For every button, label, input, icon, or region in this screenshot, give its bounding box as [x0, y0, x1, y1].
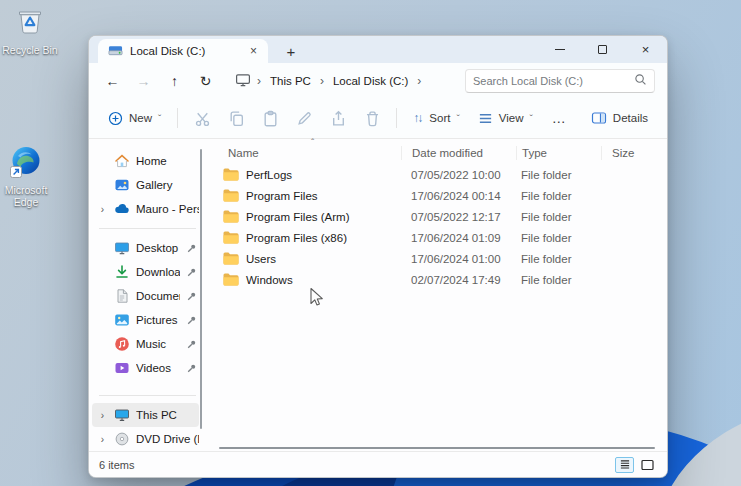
- toolbar-divider: [396, 108, 397, 128]
- file-row[interactable]: Users 17/06/2024 01:00 File folder: [206, 248, 667, 269]
- command-toolbar: New ˇ: [89, 98, 667, 139]
- pin-icon[interactable]: [186, 291, 197, 302]
- sidebar-item-documents[interactable]: Documents: [92, 284, 199, 308]
- recycle-bin-shortcut[interactable]: Recycle Bin: [0, 4, 62, 56]
- chevron-down-icon: ˇ: [158, 114, 161, 125]
- details-view-icon: [619, 459, 631, 470]
- column-header-date[interactable]: Date modified: [401, 146, 516, 160]
- toolbar-divider: [177, 108, 178, 128]
- search-input[interactable]: [473, 75, 634, 87]
- rename-button[interactable]: [287, 103, 321, 133]
- sidebar-item-this-pc[interactable]: › This PC: [92, 403, 199, 427]
- file-row[interactable]: Program Files 17/06/2024 00:14 File fold…: [206, 185, 667, 206]
- file-row[interactable]: Windows 02/07/2024 17:49 File folder: [206, 269, 667, 290]
- new-tab-button[interactable]: +: [278, 39, 304, 63]
- recycle-bin-icon: [13, 4, 47, 42]
- view-button[interactable]: View ˇ: [469, 105, 542, 132]
- sidebar-item-desktop[interactable]: Desktop: [92, 236, 199, 260]
- paste-button[interactable]: [253, 103, 287, 133]
- sidebar-item-label: Pictures: [136, 314, 180, 326]
- details-view-toggle[interactable]: [615, 457, 634, 473]
- folder-icon: [223, 273, 239, 286]
- folder-icon: [223, 189, 239, 202]
- back-button[interactable]: ←: [97, 67, 128, 95]
- file-row[interactable]: PerfLogs 07/05/2022 10:00 File folder: [206, 164, 667, 185]
- copy-button[interactable]: [219, 103, 253, 133]
- up-button[interactable]: ↑: [159, 67, 190, 95]
- refresh-button[interactable]: ↻: [190, 67, 221, 95]
- column-header-name[interactable]: Name: [206, 147, 401, 159]
- pin-icon[interactable]: [186, 243, 197, 254]
- thumbnail-view-toggle[interactable]: [638, 457, 657, 473]
- desktop-icon: [114, 240, 130, 256]
- chevron-right-icon[interactable]: ›: [97, 410, 108, 421]
- chevron-right-icon: ›: [320, 74, 324, 88]
- file-date: 17/06/2024 00:14: [401, 190, 516, 202]
- circle-plus-icon: [108, 111, 123, 126]
- tab-title: Local Disk (C:): [130, 45, 238, 57]
- file-row[interactable]: Program Files (x86) 17/06/2024 01:09 Fil…: [206, 227, 667, 248]
- desktop-icon-label: Recycle Bin: [2, 44, 57, 56]
- breadcrumb: › This PC › Local Disk (C:) ›: [235, 72, 421, 90]
- file-row[interactable]: Program Files (Arm) 07/05/2022 12:17 Fil…: [206, 206, 667, 227]
- sort-button[interactable]: ↑↓ Sort ˇ: [404, 105, 468, 131]
- delete-button[interactable]: [355, 103, 389, 133]
- file-date: 07/05/2022 10:00: [401, 169, 516, 181]
- maximize-icon: [598, 45, 607, 54]
- navigation-bar: ← → ↑ ↻ › This PC › Local Disk (C:) ›: [89, 63, 667, 98]
- chevron-right-icon[interactable]: ›: [417, 74, 421, 88]
- column-header-size[interactable]: Size: [601, 146, 656, 160]
- share-button[interactable]: [321, 103, 355, 133]
- sidebar-scrollbar[interactable]: [200, 149, 203, 429]
- breadcrumb-local-disk[interactable]: Local Disk (C:): [330, 73, 411, 89]
- pin-icon[interactable]: [186, 267, 197, 278]
- folder-icon: [223, 252, 239, 265]
- new-button-label: New: [129, 112, 152, 124]
- chevron-right-icon[interactable]: ›: [97, 434, 108, 445]
- new-button[interactable]: New ˇ: [99, 105, 170, 132]
- sidebar-item-pictures[interactable]: Pictures: [92, 308, 199, 332]
- forward-button[interactable]: →: [128, 67, 159, 95]
- documents-icon: [114, 288, 130, 304]
- see-more-button[interactable]: …: [542, 106, 577, 130]
- maximize-button[interactable]: [581, 36, 624, 63]
- breadcrumb-this-pc[interactable]: This PC: [267, 73, 314, 89]
- sidebar-item-onedrive[interactable]: › Mauro - Persona: [92, 197, 199, 221]
- minimize-icon: [555, 49, 565, 50]
- horizontal-scrollbar[interactable]: [219, 447, 655, 449]
- rename-icon: [296, 110, 313, 127]
- sidebar-item-label: Home: [136, 155, 199, 167]
- sidebar-item-music[interactable]: Music: [92, 332, 199, 356]
- minimize-button[interactable]: [538, 36, 581, 63]
- file-date: 17/06/2024 01:00: [401, 253, 516, 265]
- pin-icon[interactable]: [186, 363, 197, 374]
- sidebar-item-label: DVD Drive (D:) V: [136, 433, 199, 445]
- tab-close-icon[interactable]: ×: [245, 43, 262, 60]
- file-type: File folder: [516, 253, 601, 265]
- close-button[interactable]: ×: [624, 36, 667, 63]
- pin-icon[interactable]: [186, 315, 197, 326]
- details-pane-button[interactable]: Details: [582, 104, 657, 132]
- file-type: File folder: [516, 211, 601, 223]
- cut-button[interactable]: [185, 103, 219, 133]
- tab-local-disk[interactable]: Local Disk (C:) ×: [98, 39, 268, 63]
- sidebar-item-label: Documents: [136, 290, 180, 302]
- chevron-down-icon: ˇ: [456, 114, 459, 125]
- file-explorer-window: Local Disk (C:) × + × ← → ↑ ↻: [88, 35, 668, 478]
- details-pane-icon: [591, 110, 607, 126]
- edge-icon: [10, 146, 42, 182]
- sidebar-item-gallery[interactable]: Gallery: [92, 173, 199, 197]
- sidebar-item-downloads[interactable]: Downloads: [92, 260, 199, 284]
- folder-icon: [223, 168, 239, 181]
- sidebar-item-home[interactable]: Home: [92, 149, 199, 173]
- sidebar-item-dvd-drive[interactable]: › DVD Drive (D:) V: [92, 427, 199, 451]
- chevron-right-icon[interactable]: ›: [97, 204, 108, 215]
- view-button-label: View: [499, 112, 524, 124]
- pin-icon[interactable]: [186, 339, 197, 350]
- file-name: Windows: [246, 274, 293, 286]
- edge-shortcut[interactable]: Microsoft Edge: [0, 146, 56, 208]
- sidebar-item-videos[interactable]: Videos: [92, 356, 199, 380]
- column-header-type[interactable]: Type: [516, 146, 601, 160]
- desktop: Recycle Bin Microsoft Edge: [0, 0, 741, 486]
- item-count: 6 items: [99, 459, 134, 471]
